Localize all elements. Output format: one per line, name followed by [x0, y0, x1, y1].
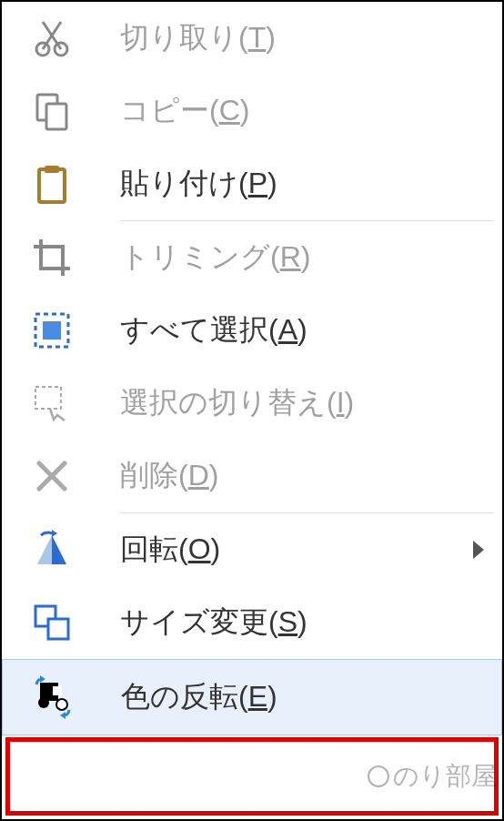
menu-item-crop[interactable]: トリミング(R) — [2, 221, 502, 294]
rotate-icon — [2, 513, 102, 586]
svg-rect-7 — [45, 166, 59, 173]
paste-icon — [2, 147, 102, 220]
menu-item-invert-colors[interactable]: 色の反転(E) — [2, 659, 502, 735]
menu-label: 削除(D) — [120, 456, 218, 496]
menu-item-select-all[interactable]: すべて選択(A) — [2, 294, 502, 367]
copy-icon — [2, 75, 102, 147]
svg-rect-5 — [46, 104, 66, 129]
menu-item-select-toggle[interactable]: 選択の切り替え(I) — [2, 367, 502, 440]
svg-rect-18 — [53, 686, 62, 695]
svg-marker-13 — [52, 530, 57, 537]
svg-point-19 — [56, 699, 67, 710]
svg-rect-6 — [39, 169, 65, 202]
svg-rect-9 — [43, 321, 61, 340]
svg-rect-10 — [35, 387, 61, 409]
svg-rect-15 — [48, 619, 68, 639]
context-menu: 切り取り(T) コピー(C) 貼り付け(P) — [2, 2, 502, 819]
menu-item-cut[interactable]: 切り取り(T) — [2, 2, 502, 75]
invert-icon — [3, 661, 103, 734]
menu-item-rotate[interactable]: 回転(O) — [2, 513, 502, 586]
menu-item-copy[interactable]: コピー(C) — [2, 75, 502, 147]
select-toggle-icon — [2, 367, 102, 440]
menu-item-resize[interactable]: サイズ変更(S) — [2, 586, 502, 659]
menu-label: すべて選択(A) — [120, 310, 307, 350]
cut-icon — [2, 2, 102, 75]
menu-label: 切り取り(T) — [120, 18, 276, 58]
resize-icon — [2, 586, 102, 659]
menu-label: 回転(O) — [120, 530, 220, 570]
svg-point-17 — [38, 697, 49, 708]
menu-label: 選択の切り替え(I) — [120, 383, 354, 423]
crop-icon — [2, 221, 102, 294]
menu-item-paste[interactable]: 貼り付け(P) — [2, 147, 502, 220]
menu-item-delete[interactable]: 削除(D) — [2, 440, 502, 512]
submenu-arrow-icon — [473, 541, 484, 559]
svg-marker-21 — [60, 712, 66, 719]
menu-label: コピー(C) — [120, 91, 249, 131]
menu-label: トリミング(R) — [120, 238, 310, 278]
menu-label: 色の反転(E) — [121, 677, 277, 717]
menu-label: 貼り付け(P) — [120, 164, 277, 204]
menu-label: サイズ変更(S) — [120, 603, 307, 643]
select-all-icon — [2, 294, 102, 367]
delete-icon — [2, 440, 102, 512]
svg-marker-20 — [40, 675, 45, 683]
